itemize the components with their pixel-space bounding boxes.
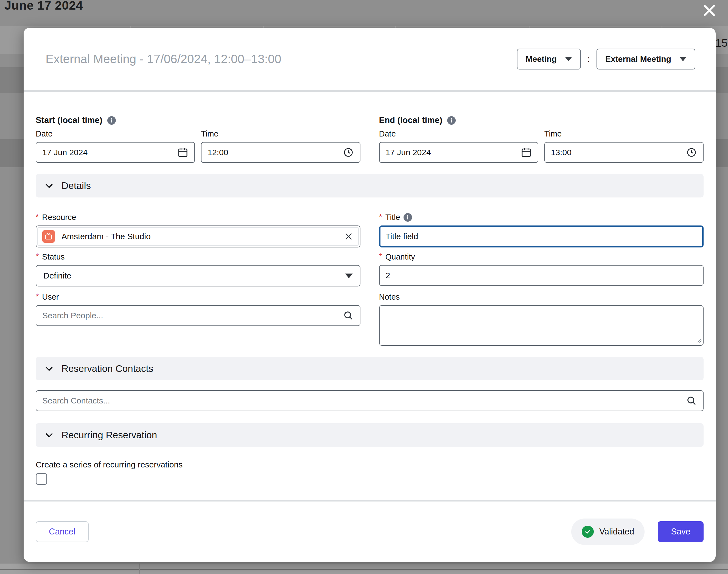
title-label: Title [385,213,400,222]
modal-body: Start (local time) i Date T [24,92,716,500]
resource-label: Resource [42,213,76,222]
start-date-input-wrap [36,142,195,163]
end-time-input[interactable] [551,148,681,157]
calendar-icon[interactable] [521,147,532,158]
calendar-gridline [139,564,140,574]
reservation-title-placeholder[interactable]: External Meeting - 17/06/2024, 12:00–13:… [46,52,282,66]
notes-textarea[interactable] [379,305,704,346]
clock-icon[interactable] [343,147,354,158]
chevron-down-icon [43,363,55,374]
notes-field: Notes [379,292,704,346]
quantity-input-wrap [379,265,704,286]
notes-input-wrap [379,305,704,346]
resource-value: Amsterdam - The Studio [61,232,337,241]
start-date-label: Date [36,129,195,139]
type-separator: : [588,54,590,64]
quantity-input[interactable] [386,271,697,280]
start-time-input[interactable] [208,148,338,157]
end-label-row: End (local time) i [379,115,704,125]
type-controls: Meeting : External Meeting [517,49,695,70]
cancel-button[interactable]: Cancel [36,521,89,542]
notes-label-row: Notes [379,292,704,302]
save-button[interactable]: Save [658,521,703,542]
details-section-title: Details [61,180,91,191]
clear-icon[interactable] [343,231,354,242]
chevron-down-icon [43,180,55,192]
details-fields: * Resource Amsterdam - The Studio * [36,212,703,346]
title-input[interactable] [386,232,697,241]
resource-combobox[interactable]: Amsterdam - The Studio [36,226,360,247]
meeting-subtype-select[interactable]: External Meeting [597,49,695,70]
calendar-icon[interactable] [177,147,188,158]
notes-label: Notes [379,292,400,301]
calendar-row-band [0,564,728,574]
close-icon [702,3,717,18]
title-field: * Title i [379,212,704,247]
info-icon[interactable]: i [447,116,456,125]
meeting-subtype-value: External Meeting [605,54,671,64]
modal-footer: Cancel Validated Save [24,500,716,562]
search-icon [343,310,354,321]
recurring-section-header[interactable]: Recurring Reservation [36,423,703,447]
start-time-label: Time [201,129,360,139]
start-group: Start (local time) i Date T [36,115,360,163]
caret-down-icon [679,57,687,61]
clock-icon[interactable] [686,147,697,158]
start-date-input[interactable] [42,148,172,157]
modal-header: External Meeting - 17/06/2024, 12:00–13:… [24,28,716,92]
user-search-input[interactable] [42,311,338,320]
recurring-checkbox[interactable] [36,473,47,485]
user-search-wrap [36,305,360,326]
calendar-day-number: 15 [715,37,728,49]
end-label: End (local time) [379,115,442,125]
title-label-row: * Title i [379,212,704,222]
end-time-label: Time [544,129,703,139]
required-asterisk: * [36,292,39,300]
start-time-input-wrap [201,142,360,163]
details-section-header[interactable]: Details [36,174,703,198]
status-field: * Status Definite [36,252,360,286]
title-input-wrap [379,226,704,247]
end-time-input-wrap [544,142,703,163]
resource-label-row: * Resource [36,212,360,222]
contacts-search-wrap [36,390,703,411]
modal-close-button[interactable] [700,2,718,19]
status-select[interactable]: Definite [36,265,360,286]
contacts-section-header[interactable]: Reservation Contacts [36,357,703,380]
quantity-label: Quantity [385,252,415,261]
meeting-type-value: Meeting [526,54,557,64]
end-group: End (local time) i Date Tim [379,115,704,163]
user-field: * User [36,292,360,346]
check-icon [582,526,594,538]
meeting-type-select[interactable]: Meeting [517,49,581,70]
datetime-row: Start (local time) i Date T [36,115,703,163]
end-date-field: Date [379,129,538,163]
calendar-gridline [0,569,728,570]
user-label: User [42,292,59,301]
resource-field: * Resource Amsterdam - The Studio [36,212,360,247]
status-label-row: * Status [36,252,360,262]
info-icon[interactable]: i [107,116,116,125]
end-fields: Date Time [379,129,704,163]
caret-down-icon [565,57,572,61]
start-label: Start (local time) [36,115,102,125]
validated-label: Validated [599,527,634,537]
contacts-search-input[interactable] [42,396,681,405]
start-date-field: Date [36,129,195,163]
tv-icon [42,230,55,243]
quantity-label-row: * Quantity [379,252,704,262]
required-asterisk: * [36,213,39,221]
status-value: Definite [43,271,71,280]
calendar-date-header: June 17 2024 [4,0,83,13]
recurring-checkbox-label: Create a series of recurring reservation… [36,459,703,470]
chevron-down-icon [43,429,55,441]
recurring-section-title: Recurring Reservation [61,429,157,441]
caret-down-icon [345,274,353,278]
validated-badge: Validated [571,519,645,545]
end-date-input[interactable] [386,148,516,157]
end-date-label: Date [379,129,538,139]
start-fields: Date Time [36,129,360,163]
info-icon[interactable]: i [403,213,412,222]
reservation-modal: External Meeting - 17/06/2024, 12:00–13:… [24,28,716,562]
user-label-row: * User [36,292,360,302]
